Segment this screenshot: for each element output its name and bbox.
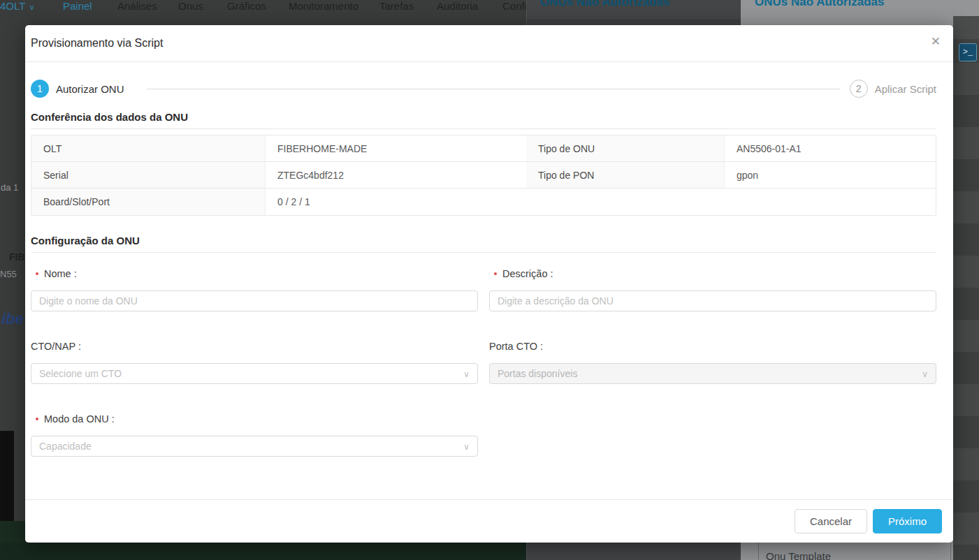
chevron-down-icon: ∨ bbox=[922, 369, 928, 379]
nav-item-painel[interactable]: Painel bbox=[63, 0, 92, 12]
nav-olt-dropdown[interactable]: 4OLT∨ bbox=[0, 0, 34, 13]
step-connector-line bbox=[147, 89, 840, 89]
cto-select-placeholder: Selecione um CTO bbox=[39, 368, 122, 379]
onu-template-field[interactable]: Onu Template bbox=[758, 540, 951, 560]
section-title-conferencia: Conferência dos dados da ONU bbox=[31, 111, 188, 123]
next-button[interactable]: Próximo bbox=[873, 509, 942, 533]
table-value: gpon bbox=[725, 162, 936, 189]
modo-onu-select[interactable]: Capacidade ∨ bbox=[31, 436, 478, 457]
porta-cto-label: Porta CTO : bbox=[489, 341, 543, 352]
required-asterisk bbox=[494, 272, 497, 275]
bg-table-band: >_ bbox=[953, 39, 979, 63]
table-label: OLT bbox=[31, 135, 266, 162]
terminal-icon[interactable]: >_ bbox=[959, 43, 977, 61]
bg-text-fragment: FIB bbox=[9, 251, 25, 263]
section-title-configuracao: Configuração da ONU bbox=[31, 235, 140, 246]
section-divider bbox=[31, 252, 936, 253]
nav-item-monitoramento[interactable]: Monitoramento bbox=[289, 0, 358, 12]
porta-cto-select-disabled[interactable]: Portas disponíveis ∨ bbox=[489, 363, 936, 384]
chevron-down-icon: ∨ bbox=[463, 369, 470, 379]
step-1-label: Autorizar ONU bbox=[56, 83, 124, 95]
modo-onu-label: Modo da ONU : bbox=[36, 413, 115, 425]
step-1-indicator: 1 bbox=[31, 80, 49, 98]
cto-select[interactable]: Selecione um CTO ∨ bbox=[31, 363, 478, 384]
panel-heading: ONUs Não Autorizadas bbox=[540, 0, 669, 9]
chevron-down-icon: ∨ bbox=[29, 3, 34, 11]
bg-table-rows bbox=[953, 63, 979, 560]
cancel-button[interactable]: Cancelar bbox=[795, 509, 867, 533]
bg-dark-strip bbox=[0, 431, 14, 521]
chevron-down-icon: ∨ bbox=[463, 442, 470, 452]
fiberhome-logo-fragment: ibe bbox=[1, 310, 24, 328]
bg-terminal-bar bbox=[0, 543, 526, 560]
table-value: AN5506-01-A1 bbox=[725, 135, 936, 162]
bg-text-fragment: N55 bbox=[0, 269, 17, 279]
onu-data-table: OLT FIBERHOME-MADE Tipo de ONU AN5506-01… bbox=[31, 135, 936, 216]
table-label: Tipo de ONU bbox=[526, 135, 725, 162]
provisioning-modal: Provisionamento via Script ✕ 1 Autorizar… bbox=[25, 25, 953, 543]
descricao-label: Descrição : bbox=[494, 268, 553, 279]
bg-table-band bbox=[953, 16, 979, 39]
nome-input[interactable] bbox=[31, 290, 478, 311]
required-asterisk bbox=[36, 272, 38, 275]
required-asterisk bbox=[36, 418, 38, 420]
modal-header: Provisionamento via Script ✕ bbox=[25, 25, 953, 62]
table-label: Tipo de PON bbox=[526, 162, 725, 189]
steps-bar: 1 Autorizar ONU 2 Aplicar Script bbox=[31, 80, 936, 98]
porta-cto-select-placeholder: Portas disponíveis bbox=[498, 368, 577, 379]
step-2-indicator: 2 bbox=[850, 80, 868, 98]
nav-item-onus[interactable]: Onus bbox=[178, 0, 203, 12]
bg-terminal-corner bbox=[0, 521, 25, 543]
nav-item-analises[interactable]: Análises bbox=[117, 0, 157, 12]
descricao-input[interactable] bbox=[489, 290, 936, 311]
table-label: Board/Slot/Port bbox=[31, 189, 266, 215]
section-divider bbox=[31, 128, 936, 129]
modal-footer: Cancelar Próximo bbox=[25, 499, 953, 543]
bg-text-fragment: da 1 bbox=[1, 182, 18, 193]
bg-table-stripe-column: >_ bbox=[953, 0, 979, 560]
nav-item-graficos[interactable]: Gráficos bbox=[227, 0, 266, 12]
close-icon[interactable]: ✕ bbox=[931, 36, 941, 47]
nav-item-auditoria[interactable]: Auditoria bbox=[437, 0, 478, 12]
panel-heading: ONUs Não Autorizadas bbox=[755, 0, 884, 9]
cto-nap-label: CTO/NAP : bbox=[31, 341, 81, 352]
modal-title: Provisionamento via Script bbox=[31, 37, 163, 50]
screen: { "colors": { "accent_blue": "#29ade3", … bbox=[0, 0, 979, 560]
nav-item-tarefas[interactable]: Tarefas bbox=[379, 0, 414, 12]
table-value: 0 / 2 / 1 bbox=[266, 189, 936, 215]
table-value: ZTEGc4bdf212 bbox=[266, 162, 526, 189]
table-value: FIBERHOME-MADE bbox=[266, 135, 526, 162]
table-label: Serial bbox=[31, 162, 266, 189]
nome-label: Nome : bbox=[36, 268, 77, 279]
step-2-label: Aplicar Script bbox=[875, 83, 936, 95]
modo-onu-select-placeholder: Capacidade bbox=[39, 441, 92, 452]
